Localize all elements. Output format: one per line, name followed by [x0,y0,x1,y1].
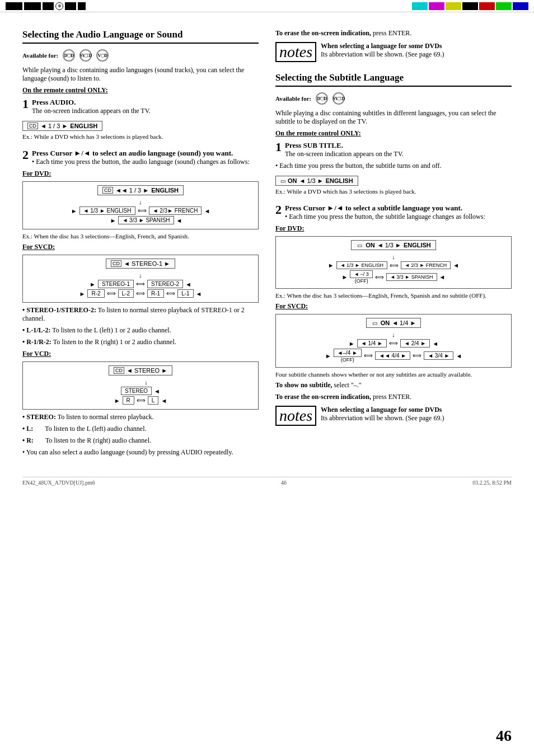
vcd-flow-top: CD ◄ STEREO ► [29,365,252,378]
sub-svcd-bi3: ⟺ [413,352,421,359]
sub-erase: To erase the on-screen indication, press… [275,393,512,401]
sub-lcd-cd: ▭ [280,178,285,184]
vcd-r-arr: ► [114,397,120,404]
vcd-lcd: CD ◄ STEREO ► [109,365,172,375]
vcd-l-text: To listen to the L (left) audio channel. [35,425,146,433]
r1r2-text: To listen to the R (right) 1 or 2 audio … [53,338,176,346]
sub-svcd-r2: ► [325,353,331,359]
sub-svcd-lcd-cd: ▭ [371,320,378,326]
l1l2-text: To listen to the L (left) 1 or 2 audio c… [52,326,171,334]
sub-step1-desc2: • Each time you press the button, the su… [275,162,512,170]
dvd-flow-top-arrow: ↓ [29,199,252,205]
sub-step2-body: • Each time you press the button, the su… [275,213,512,426]
stereo-label: • STEREO-1/STEREO-2: [22,306,96,314]
sub-step1-ex: Ex.: While a DVD which has 3 selections … [275,188,512,195]
vcd-stereo-desc: • STEREO: To listen to normal stereo pla… [22,413,259,421]
dvd-right-arrow-1: ► [71,208,77,214]
sub-svcd-row2: ► ◄–/4 ► (OFF) ⟺ ◄◄ 4/4 ► ⟺ ◄ 3/4 ► [282,349,505,363]
step1-ex: Ex.: While a DVD which has 3 selections … [22,133,259,140]
sub-svcd-off-box: ◄–/4 ► [334,349,362,357]
svcd-stereo2: STEREO-2 [147,280,183,288]
circle-crosshair: ⊕ [55,2,63,10]
vcd-r-label: • R: [22,436,34,444]
notes-content-bottom: When selecting a language for some DVDs … [321,406,444,426]
footer-left: EN42_48UX_A7DVD[UJ].pm6 [22,480,95,486]
disc-svcd-icon: SVCD [79,49,92,62]
sub-step2-content: Press Cursor ►/◄ to select a subtitle la… [275,204,512,426]
dvd-left-arrow-1: ◄ [204,208,210,214]
svcd-bi4: ⟺ [166,290,175,297]
for-dvd-label: For DVD: [22,170,259,178]
black-block-3 [43,2,54,10]
dvd-lcd-cd: CD [102,187,113,194]
available-for-line: Available for: DVD SVCD VCD [22,49,259,62]
vcd-l-box: L [148,396,159,405]
sub-step1-lcd: ▭ ON ◄ 1/3 ► ENGLISH [275,176,358,186]
sub-step1-title: Press SUB TITLE. [285,141,343,149]
dvd-box-english: ◄ 1/3 ► ENGLISH [79,206,135,215]
svcd-r1: ► [90,281,96,288]
sub-svcd-r1: ► [349,340,355,347]
sub-svcd-off-col: ◄–/4 ► (OFF) [334,349,362,363]
sub-no-subtitle-text: select "–." [334,381,362,389]
sub-svcd-down-arrow: ↓ [392,331,395,338]
vcd-l-arr: ◄ [161,397,167,404]
notes-box-top: notes When selecting a language for some… [275,42,512,62]
vcd-bi: ⟺ [137,397,146,404]
sub-no-subtitle: To show no subtitle, select "–." [275,381,512,389]
sub-dvd-row1: ► ◄ 1/3 ► ENGLISH ⟺ ◄ 2/3 ► FRENCH ◄ [282,261,505,269]
svcd-stereo1: STEREO-1 [98,280,134,288]
step2-block: 2 Press Cursor ►/◄ to select an audio la… [22,149,259,460]
notes-box-bottom: notes When selecting a language for some… [275,406,512,426]
sub-svcd-14-box: ◄ 1/4 ► [357,339,387,348]
black-block-1 [6,2,22,10]
color-bar-blue [513,2,528,10]
black-block-5 [78,2,86,10]
dvd-bidirectional-1: ⟺ [138,207,147,214]
svcd-top-arrow: ↓ [29,272,252,279]
sub-erase-bold: To erase the on-screen indication, [275,393,371,401]
sub-dvd-spanish-box: ◄ 3/3 ► SPANISH [386,273,437,281]
sub-notes-bold: When selecting a language for some DVDs [321,406,442,414]
sub-lcd-english: ENGLISH [326,177,353,184]
subtitle-avail-label: Available for: [275,95,311,102]
dvd-box-french: ◄ 2/3► FRENCH [149,206,202,215]
svcd-r1-box: R-1 [147,289,164,298]
left-column: Selecting the Audio Language or Sound Av… [22,29,259,466]
notes-icon-top: notes [275,42,316,62]
audio-section-title: Selecting the Audio Language or Sound [22,29,259,44]
sub-dvd-lcd-english: ENGLISH [404,242,431,248]
vcd-note: • You can also select a audio language (… [22,448,259,457]
sub-dvd-down-arrow: ↓ [392,253,395,260]
for-svcd-label: For SVCD: [22,243,259,251]
color-bar-yellow [446,2,461,10]
svcd-l2-box: L-2 [118,289,134,298]
lcd-arrows-1: ◄ 1 / 3 ► [40,123,68,129]
header-black-blocks: ⊕ [6,2,86,10]
sub-dvd-french-box: ◄ 2/3 ► FRENCH [401,261,451,269]
svcd-flow-top: CD ◄ STEREO-1 ► [29,259,252,271]
vcd-lcd-stereo: ◄ STEREO ► [127,367,167,374]
sub-dvd-row2: ► ◄ –/ 3 (OFF) ⟺ ◄ 3/3 ► SPANISH ◄ [282,270,505,284]
notes-bold-top: When selecting a language for some DVDs [321,42,442,50]
subtitle-disc-svcd: SVCD [332,92,345,105]
lcd-english-1: ENGLISH [70,123,97,129]
sub-step2-block: 2 Press Cursor ►/◄ to select a subtitle … [275,204,512,430]
sub-step2-desc: • Each time you press the button, the su… [275,213,512,221]
sub-dvd-r2: ► [342,274,348,280]
l1l2-label: • L-1/L-2: [22,326,51,334]
sub-step1-block: 1 Press SUB TITLE. The on-screen indicat… [275,141,512,198]
vcd-r-text: To listen to the R (right) audio channel… [35,436,151,444]
sub-lcd-on: ON [288,177,297,184]
dvd-down-right: ► [110,217,116,224]
step2-title: Press Cursor ►/◄ to select an audio lang… [32,149,233,157]
subtitle-disc-dvd: DVD [316,92,328,105]
svcd-lcd: CD ◄ STEREO-1 ► [106,259,175,269]
vcd-stereo-row: STEREO ◄ [29,387,252,395]
dvd-lcd-arrows: ◄◄ 1 / 3 ► [115,187,149,194]
stereo-desc: • STEREO-1/STEREO-2: To listen to normal… [22,306,259,323]
sub-svcd-lcd-on: ON [381,320,390,326]
subtitle-available-for: Available for: DVD SVCD [275,92,512,105]
sub-svcd-l2: ◄ [456,353,462,359]
remote-only-label: On the remote control ONLY: [22,86,259,95]
